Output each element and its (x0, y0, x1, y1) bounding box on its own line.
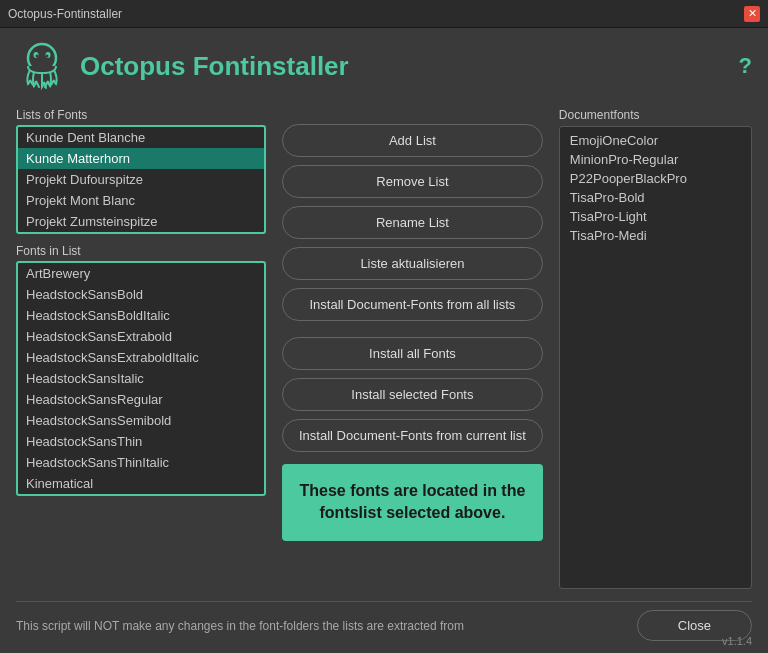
install-document-fonts-current-list-button[interactable]: Install Document-Fonts from current list (282, 419, 543, 452)
list-of-fonts-item[interactable]: Projekt Dufourspitze (18, 169, 264, 190)
document-fonts-listbox[interactable]: EmojiOneColorMinionPro-RegularP22PooperB… (559, 126, 752, 589)
install-selected-fonts-button[interactable]: Install selected Fonts (282, 378, 543, 411)
document-fonts-item: TisaPro-Bold (564, 188, 747, 207)
fonts-in-list-item[interactable]: HeadstockSansSemibold (18, 410, 264, 431)
tooltip-text: These fonts are located in the fontslist… (300, 482, 526, 521)
document-fonts-item: TisaPro-Light (564, 207, 747, 226)
fonts-in-list-listbox[interactable]: ArtBreweryHeadstockSansBoldHeadstockSans… (16, 261, 266, 496)
footer-text: This script will NOT make any changes in… (16, 619, 464, 633)
version-text: v1.1.4 (722, 635, 752, 647)
svg-point-4 (46, 55, 49, 58)
fonts-in-list-item[interactable]: HeadstockSansBoldItalic (18, 305, 264, 326)
close-window-button[interactable]: ✕ (744, 6, 760, 22)
document-fonts-item: EmojiOneColor (564, 131, 747, 150)
document-fonts-item: MinionPro-Regular (564, 150, 747, 169)
fonts-in-list-item[interactable]: HeadstockSansThinItalic (18, 452, 264, 473)
right-panel: Documentfonts EmojiOneColorMinionPro-Reg… (559, 108, 752, 589)
middle-panel: Add List Remove List Rename List Liste a… (282, 108, 543, 589)
fonts-in-list-item[interactable]: HeadstockSansExtrabold (18, 326, 264, 347)
main-container: Octopus Fontinstaller ? Lists of Fonts K… (0, 28, 768, 653)
liste-aktualisieren-button[interactable]: Liste aktualisieren (282, 247, 543, 280)
lists-of-fonts-label: Lists of Fonts (16, 108, 266, 122)
install-all-fonts-button[interactable]: Install all Fonts (282, 337, 543, 370)
list-of-fonts-item[interactable]: Projekt Mont Blanc (18, 190, 264, 211)
document-fonts-label: Documentfonts (559, 108, 752, 122)
svg-point-3 (36, 55, 39, 58)
octopus-icon (16, 40, 68, 92)
fonts-in-list-label: Fonts in List (16, 244, 266, 258)
help-button[interactable]: ? (739, 53, 752, 79)
fonts-in-list-item[interactable]: HeadstockSansItalic (18, 368, 264, 389)
lists-of-fonts-listbox[interactable]: Kunde Dent BlancheKunde MatterhornProjek… (16, 125, 266, 234)
fonts-in-list-item[interactable]: HeadstockSansExtraboldItalic (18, 347, 264, 368)
tooltip-box: These fonts are located in the fontslist… (282, 464, 543, 541)
add-list-button[interactable]: Add List (282, 124, 543, 157)
document-fonts-item: TisaPro-Medi (564, 226, 747, 245)
footer: This script will NOT make any changes in… (16, 601, 752, 641)
title-bar-text: Octopus-Fontinstaller (8, 7, 122, 21)
fonts-in-list-item[interactable]: HeadstockSansThin (18, 431, 264, 452)
list-of-fonts-item[interactable]: Projekt Zumsteinspitze (18, 211, 264, 232)
rename-list-button[interactable]: Rename List (282, 206, 543, 239)
lists-of-fonts-section: Lists of Fonts Kunde Dent BlancheKunde M… (16, 108, 266, 234)
app-title: Octopus Fontinstaller (80, 51, 349, 82)
list-of-fonts-item[interactable]: Kunde Dent Blanche (18, 127, 264, 148)
bottom-buttons-section: Install all Fonts Install selected Fonts… (282, 337, 543, 541)
title-bar: Octopus-Fontinstaller ✕ (0, 0, 768, 28)
document-fonts-item: P22PooperBlackPro (564, 169, 747, 188)
install-document-fonts-all-lists-button[interactable]: Install Document-Fonts from all lists (282, 288, 543, 321)
top-buttons-section: Add List Remove List Rename List Liste a… (282, 124, 543, 321)
fonts-in-list-section: Fonts in List ArtBreweryHeadstockSansBol… (16, 244, 266, 496)
content-area: Lists of Fonts Kunde Dent BlancheKunde M… (16, 108, 752, 589)
left-panel: Lists of Fonts Kunde Dent BlancheKunde M… (16, 108, 266, 589)
fonts-in-list-item[interactable]: Kinematical (18, 473, 264, 494)
fonts-in-list-item[interactable]: ArtBrewery (18, 263, 264, 284)
remove-list-button[interactable]: Remove List (282, 165, 543, 198)
header-left: Octopus Fontinstaller (16, 40, 349, 92)
fonts-in-list-item[interactable]: HeadstockSansRegular (18, 389, 264, 410)
header: Octopus Fontinstaller ? (16, 40, 752, 92)
fonts-in-list-item[interactable]: HeadstockSansBold (18, 284, 264, 305)
list-of-fonts-item[interactable]: Kunde Matterhorn (18, 148, 264, 169)
